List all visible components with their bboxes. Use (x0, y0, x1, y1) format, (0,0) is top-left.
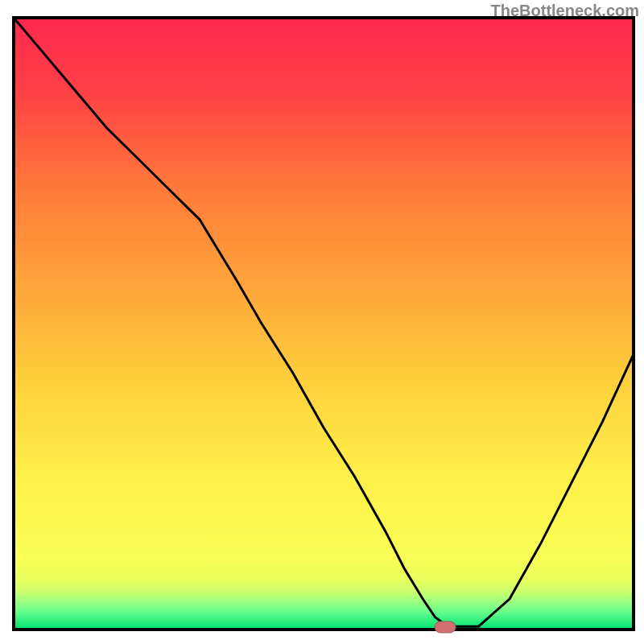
optimal-marker (435, 621, 456, 633)
watermark: TheBottleneck.com (491, 2, 639, 20)
chart-background (14, 18, 634, 630)
chart-svg (0, 0, 644, 644)
chart-container (0, 0, 644, 644)
